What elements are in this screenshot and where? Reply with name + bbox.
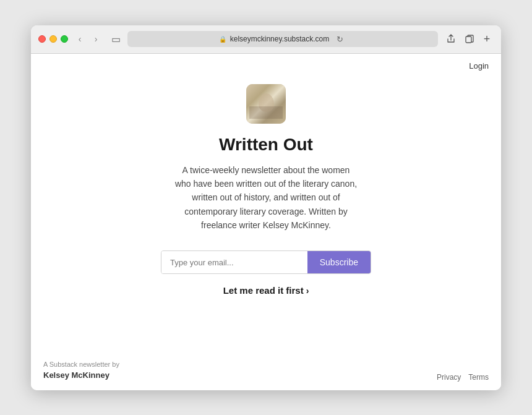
read-first-link[interactable]: Let me read it first ›	[223, 285, 309, 296]
close-button[interactable]	[38, 35, 46, 43]
newsletter-title: Written Out	[219, 135, 313, 155]
traffic-lights	[38, 35, 68, 43]
share-button[interactable]	[443, 31, 459, 47]
subscribe-button[interactable]: Subscribe	[307, 251, 371, 273]
browser-actions: +	[443, 31, 494, 47]
substack-label: A Substack newsletter by	[43, 359, 119, 370]
avatar-painting	[246, 84, 286, 124]
page-header: Login	[31, 54, 501, 78]
login-link[interactable]: Login	[469, 61, 489, 71]
newsletter-description: A twice-weekly newsletter about the wome…	[175, 163, 358, 233]
browser-chrome: ‹ › ▭ 🔒 kelseymckinney.substack.com ↻	[31, 25, 501, 54]
page-main: Written Out A twice-weekly newsletter ab…	[31, 78, 501, 321]
address-bar[interactable]: 🔒 kelseymckinney.substack.com ↻	[127, 31, 438, 47]
read-first-label: Let me read it first	[223, 285, 304, 296]
duplicate-button[interactable]	[461, 31, 478, 47]
browser-window: ‹ › ▭ 🔒 kelseymckinney.substack.com ↻	[31, 25, 501, 390]
author-name: Kelsey McKinney	[43, 369, 119, 382]
chevron-right-icon: ›	[306, 286, 309, 296]
footer-right: Privacy Terms	[437, 373, 489, 382]
browser-content: Login Written Out A twice-weekly newslet…	[31, 54, 501, 390]
nav-buttons: ‹ ›	[73, 32, 103, 46]
refresh-button[interactable]: ↻	[333, 32, 346, 46]
fullscreen-button[interactable]	[61, 35, 68, 43]
newsletter-avatar	[246, 84, 286, 124]
page-footer: A Substack newsletter by Kelsey McKinney…	[31, 351, 501, 390]
new-tab-button[interactable]: +	[480, 32, 494, 46]
subscribe-form: Subscribe	[161, 250, 371, 274]
url-text: kelseymckinney.substack.com	[230, 35, 330, 43]
svg-rect-0	[466, 36, 471, 43]
forward-button[interactable]: ›	[89, 32, 103, 46]
privacy-link[interactable]: Privacy	[437, 373, 461, 382]
terms-link[interactable]: Terms	[468, 373, 489, 382]
minimize-button[interactable]	[49, 35, 57, 43]
sidebar-button[interactable]: ▭	[109, 32, 122, 46]
footer-left: A Substack newsletter by Kelsey McKinney	[43, 359, 119, 382]
email-input[interactable]	[161, 251, 307, 273]
back-button[interactable]: ‹	[73, 32, 87, 46]
lock-icon: 🔒	[219, 36, 226, 43]
